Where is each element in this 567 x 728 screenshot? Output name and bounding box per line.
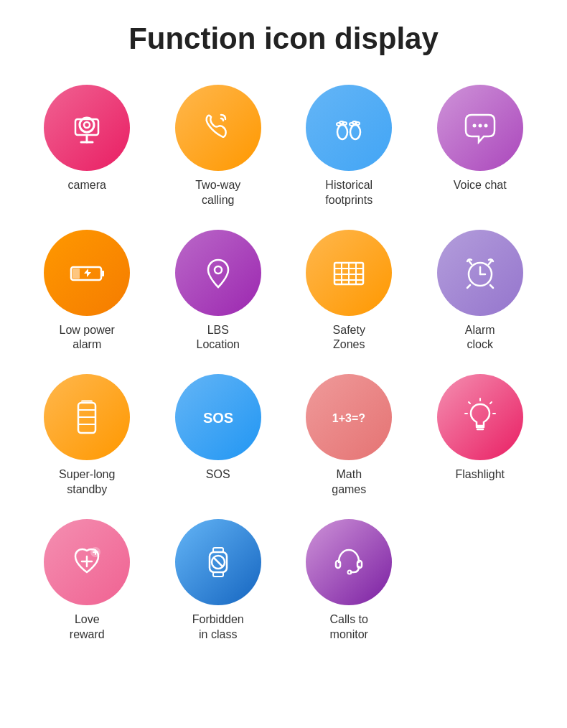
icon-item-love-reward: Lovereward — [25, 519, 149, 643]
standby-icon-circle — [44, 374, 130, 460]
lbs-icon-circle — [175, 230, 261, 316]
mathgames-label: Mathgames — [332, 467, 366, 498]
svg-rect-50 — [213, 548, 223, 552]
page-title: Function icon display — [128, 22, 439, 56]
camera-icon-circle — [44, 85, 130, 171]
svg-point-8 — [342, 122, 347, 125]
sos-label: SOS — [206, 467, 230, 482]
svg-point-19 — [215, 266, 222, 274]
icon-item-calls-to-monitor: Calls tomonitor — [287, 519, 411, 643]
icon-item-camera: camera — [25, 85, 149, 208]
svg-rect-17 — [101, 271, 104, 276]
svg-line-41 — [469, 402, 470, 403]
svg-point-56 — [348, 570, 352, 574]
svg-point-5 — [337, 125, 347, 139]
flashlight-icon-circle — [437, 374, 523, 460]
alarmclock-label: Alarmclock — [465, 323, 495, 353]
icon-item-standby: Super-longstandby — [25, 374, 149, 498]
svg-rect-51 — [213, 572, 223, 577]
icon-item-flashlight: Flashlight — [418, 374, 543, 498]
svg-point-13 — [472, 124, 476, 128]
flashlight-label: Flashlight — [456, 467, 505, 482]
footprints-icon-circle — [306, 85, 392, 171]
icon-item-sos: SOS SOS — [156, 374, 281, 498]
icon-item-safety-zones: SafetyZones — [287, 230, 411, 353]
svg-point-1 — [84, 122, 90, 128]
icon-item-two-way-calling: Two-waycalling — [156, 85, 281, 208]
alarmclock-icon-circle — [437, 230, 523, 316]
svg-point-12 — [355, 122, 360, 125]
icon-item-alarm-clock: Alarmclock — [418, 230, 543, 353]
icon-item-low-power: Low poweralarm — [25, 230, 149, 353]
svg-point-9 — [350, 125, 360, 139]
voicechat-icon-circle — [437, 85, 523, 171]
svg-point-14 — [478, 124, 482, 128]
lovereward-label: Lovereward — [70, 612, 105, 643]
safezones-icon-circle — [306, 230, 392, 316]
callstomonitor-label: Calls tomonitor — [330, 612, 368, 643]
icon-item-math-games: 1+3=? Mathgames — [287, 374, 411, 498]
callstomonitor-icon-circle — [306, 519, 392, 605]
lovereward-icon-circle — [44, 519, 130, 605]
twoway-icon-circle — [175, 85, 261, 171]
svg-line-53 — [214, 558, 222, 566]
svg-line-40 — [490, 402, 492, 403]
safezones-label: SafetyZones — [333, 323, 365, 353]
twoway-label: Two-waycalling — [195, 178, 240, 208]
icon-grid: camera Two-waycalling — [25, 85, 542, 642]
sos-icon-circle: SOS — [175, 374, 261, 460]
lowpower-icon-circle — [44, 230, 130, 316]
icon-item-forbidden-in-class: Forbiddenin class — [156, 519, 281, 643]
svg-text:1+3=?: 1+3=? — [332, 412, 365, 424]
lbs-label: LBSLocation — [197, 323, 240, 353]
svg-rect-34 — [81, 400, 93, 403]
svg-rect-18 — [72, 269, 80, 279]
camera-label: camera — [68, 178, 106, 193]
svg-text:SOS: SOS — [203, 410, 233, 426]
icon-item-lbs: LBSLocation — [156, 230, 281, 353]
mathgames-icon-circle: 1+3=? — [306, 374, 392, 460]
forbidden-label: Forbiddenin class — [192, 612, 244, 643]
voicechat-label: Voice chat — [454, 178, 507, 193]
footprints-label: Historicalfootprints — [325, 178, 372, 208]
svg-point-15 — [484, 124, 487, 128]
lowpower-label: Low poweralarm — [60, 323, 115, 353]
standby-label: Super-longstandby — [59, 467, 115, 498]
forbidden-icon-circle — [175, 519, 261, 605]
icon-item-footprints: Historicalfootprints — [287, 85, 411, 208]
icon-item-voice-chat: Voice chat — [418, 85, 543, 208]
